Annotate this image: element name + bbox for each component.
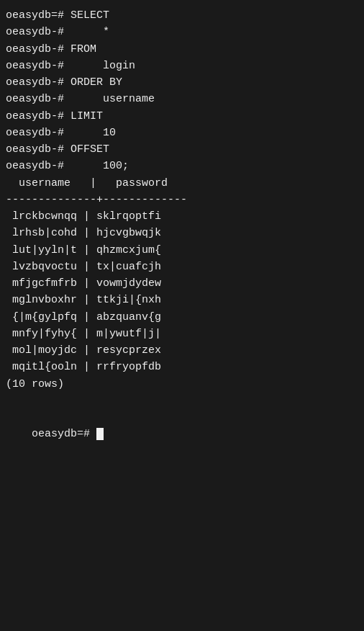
query-line-4: oeasydb-# login: [6, 58, 358, 74]
query-line-3: oeasydb-# FROM: [6, 41, 358, 58]
prompt-5: oeasydb-#: [6, 76, 64, 89]
table-row-9: mol|moyjdc | resycprzex: [6, 342, 358, 359]
query-line-8: oeasydb-# 10: [6, 125, 358, 141]
final-prompt-line: oeasydb=#: [6, 409, 358, 460]
blank-line: [6, 393, 358, 409]
terminal-window: oeasydb=# SELECT oeasydb-# * oeasydb-# F…: [6, 7, 358, 624]
prompt-1: oeasydb=#: [6, 9, 64, 22]
query-line-9: oeasydb-# OFFSET: [6, 141, 358, 158]
table-row-6: mglnvboxhr | ttkji|{nxh: [6, 292, 358, 308]
prompt-2: oeasydb-#: [6, 26, 64, 38]
cursor: [96, 428, 104, 440]
prompt-4: oeasydb-#: [6, 60, 64, 72]
table-header: username | password: [6, 175, 358, 192]
table-row-8: mnfy|fyhy{ | m|ywutf|j|: [6, 326, 358, 342]
prompt-6: oeasydb-#: [6, 93, 64, 105]
query-line-7: oeasydb-# LIMIT: [6, 108, 358, 125]
table-row-1: lrckbcwnqq | sklrqoptfi: [6, 208, 358, 225]
prompt-10: oeasydb-#: [6, 160, 64, 172]
table-row-10: mqitl{ooln | rrfryopfdb: [6, 359, 358, 375]
query-line-10: oeasydb-# 100;: [6, 158, 358, 174]
table-row-7: {|m{gylpfq | abzquanv{g: [6, 309, 358, 326]
prompt-3: oeasydb-#: [6, 43, 64, 55]
row-count: (10 rows): [6, 376, 358, 393]
table-divider: --------------+-------------: [6, 192, 358, 208]
query-line-6: oeasydb-# username: [6, 91, 358, 107]
query-line-2: oeasydb-# *: [6, 24, 358, 40]
table-row-4: lvzbqvoctu | tx|cuafcjh: [6, 259, 358, 275]
prompt-8: oeasydb-#: [6, 127, 64, 139]
table-row-5: mfjgcfmfrb | vowmjdydew: [6, 275, 358, 292]
prompt-7: oeasydb-#: [6, 110, 64, 122]
table-row-3: lut|yyln|t | qhzmcxjum{: [6, 242, 358, 259]
query-line-1: oeasydb=# SELECT: [6, 7, 358, 24]
query-line-5: oeasydb-# ORDER BY: [6, 74, 358, 91]
table-row-2: lrhsb|cohd | hjcvgbwqjk: [6, 225, 358, 241]
prompt-9: oeasydb-#: [6, 143, 64, 156]
final-prompt-text: oeasydb=#: [32, 428, 96, 440]
